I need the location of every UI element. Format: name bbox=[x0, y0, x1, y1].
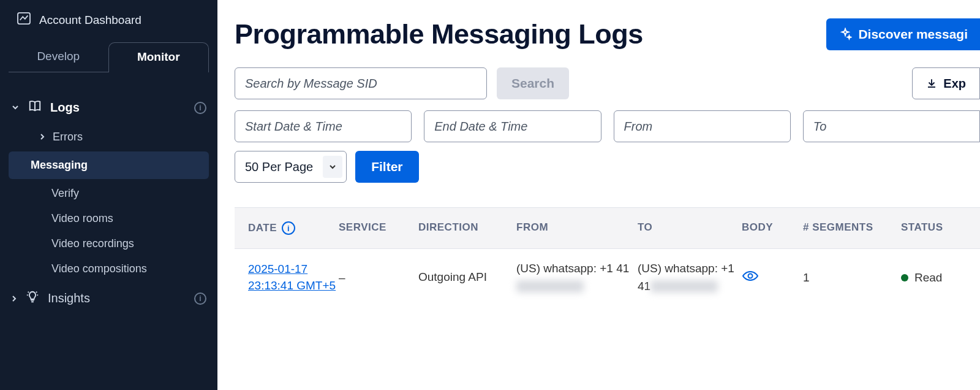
col-direction-label: DIRECTION bbox=[418, 221, 516, 235]
info-icon[interactable]: i bbox=[282, 221, 295, 235]
svg-line-4 bbox=[28, 292, 29, 292]
page-header: Programmable Messaging Logs Discover mes… bbox=[235, 18, 980, 50]
nav-insights-label: Insights bbox=[48, 291, 186, 305]
page-title: Programmable Messaging Logs bbox=[235, 18, 643, 50]
to-input[interactable] bbox=[803, 110, 980, 142]
account-dashboard-label: Account Dashboard bbox=[39, 13, 141, 27]
cell-direction: Outgoing API bbox=[418, 269, 516, 286]
col-status-label: STATUS bbox=[901, 221, 968, 235]
develop-tab[interactable]: Develop bbox=[9, 42, 108, 72]
chevron-down-icon bbox=[323, 156, 342, 178]
table-row: 2025-01-17 23:13:41 GMT+5 – Outgoing API… bbox=[235, 249, 980, 306]
nav-video-recordings[interactable]: Video recordings bbox=[0, 231, 217, 256]
chevron-right-icon bbox=[11, 291, 17, 305]
info-icon[interactable]: i bbox=[194, 292, 206, 305]
account-dashboard-link[interactable]: Account Dashboard bbox=[0, 0, 217, 42]
logs-table-header: DATE i SERVICE DIRECTION FROM TO BODY # … bbox=[235, 207, 980, 249]
sidebar: Account Dashboard Develop Monitor Logs i… bbox=[0, 0, 217, 390]
col-to-label: TO bbox=[638, 221, 742, 235]
chevron-down-icon bbox=[11, 101, 20, 115]
message-sid-input[interactable] bbox=[235, 67, 487, 99]
nav-group-logs[interactable]: Logs i bbox=[0, 91, 217, 124]
view-body-icon[interactable] bbox=[742, 272, 759, 285]
start-date-input[interactable] bbox=[235, 110, 412, 142]
col-from-label: FROM bbox=[516, 221, 638, 235]
nav-logs-label: Logs bbox=[50, 101, 186, 115]
cell-segments: 1 bbox=[803, 271, 901, 285]
log-date-link[interactable]: 2025-01-17 23:13:41 GMT+5 bbox=[248, 261, 339, 294]
cell-to: (US) whatsapp: +1 41 bbox=[638, 260, 742, 295]
dashboard-chart-icon bbox=[17, 12, 31, 28]
col-service-label: SERVICE bbox=[339, 221, 418, 235]
nav-video-compositions[interactable]: Video compositions bbox=[0, 256, 217, 281]
cell-service: – bbox=[339, 271, 418, 285]
monitor-tab[interactable]: Monitor bbox=[108, 42, 209, 72]
filter-row-actions: 50 Per Page Filter bbox=[235, 151, 980, 183]
main-content: Programmable Messaging Logs Discover mes… bbox=[217, 0, 980, 390]
redacted-number bbox=[516, 280, 584, 292]
status-dot-icon bbox=[901, 274, 908, 281]
sparkle-icon bbox=[839, 28, 852, 41]
export-button[interactable]: Exp bbox=[912, 67, 980, 99]
nav-errors[interactable]: Errors bbox=[0, 124, 217, 150]
sidebar-nav: Logs i Errors Messaging Verify Video roo… bbox=[0, 72, 217, 315]
download-icon bbox=[926, 78, 937, 89]
col-body-label: BODY bbox=[742, 221, 803, 235]
nav-messaging[interactable]: Messaging bbox=[9, 151, 209, 179]
from-input[interactable] bbox=[614, 110, 791, 142]
end-date-input[interactable] bbox=[424, 110, 601, 142]
book-icon bbox=[28, 99, 42, 116]
filter-row-sid: Search Exp bbox=[235, 67, 980, 99]
search-button[interactable]: Search bbox=[497, 67, 569, 99]
col-segments-label: # SEGMENTS bbox=[803, 221, 901, 235]
chevron-right-icon bbox=[39, 131, 45, 143]
filter-button[interactable]: Filter bbox=[355, 151, 418, 183]
lightbulb-icon bbox=[26, 290, 39, 307]
nav-group-insights[interactable]: Insights i bbox=[0, 281, 217, 315]
nav-video-rooms[interactable]: Video rooms bbox=[0, 206, 217, 231]
cell-from: (US) whatsapp: +1 41 bbox=[516, 260, 638, 295]
per-page-select[interactable]: 50 Per Page bbox=[235, 151, 347, 183]
cell-status: Read bbox=[901, 271, 968, 285]
col-date-label: DATE bbox=[248, 222, 277, 234]
svg-line-5 bbox=[36, 292, 37, 292]
nav-verify[interactable]: Verify bbox=[0, 181, 217, 206]
svg-point-8 bbox=[748, 274, 753, 278]
info-icon[interactable]: i bbox=[194, 102, 206, 114]
cell-body bbox=[742, 270, 803, 285]
sidebar-tabs: Develop Monitor bbox=[0, 42, 217, 72]
redacted-number bbox=[650, 280, 718, 292]
filter-row-dates bbox=[235, 110, 980, 142]
discover-messaging-button[interactable]: Discover messagi bbox=[826, 18, 980, 50]
